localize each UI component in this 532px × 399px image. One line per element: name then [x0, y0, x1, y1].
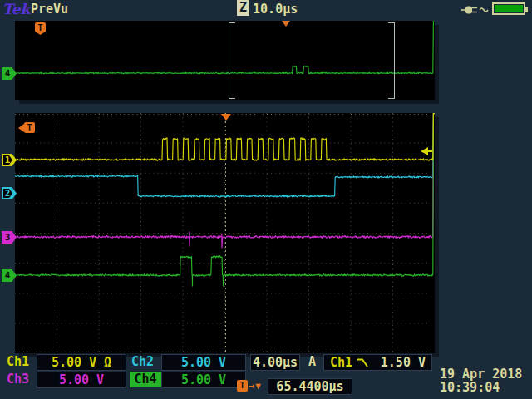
triangle-down-icon: ▼ [255, 381, 261, 392]
trigger-position-marker-icon [282, 21, 290, 27]
ch4-scale-readout: 5.00 V [161, 372, 246, 388]
channel3-marker: 3 [2, 231, 17, 244]
channel4-marker: 4 [2, 269, 17, 282]
ac-power-plug-icon [461, 3, 489, 16]
time-readout: 10:39:04 [440, 380, 500, 396]
zoom-badge: Z [237, 0, 249, 16]
ch1-label: Ch1 [7, 354, 29, 370]
oscilloscope-screen: Tek PreVu H 10.0µs T 4 T 1 2 3 [0, 0, 532, 399]
ch2-scale-readout: 5.00 V [161, 354, 246, 371]
ch4-label-selected[interactable]: Ch4 [130, 372, 161, 387]
trace-ch2 [15, 113, 435, 197]
trace-ch4 [15, 21, 435, 74]
trigger-level-arrow-icon[interactable] [421, 147, 432, 155]
trigger-readout: Ch1 1.50 V [323, 354, 432, 371]
ch3-label: Ch3 [7, 372, 29, 387]
channel2-marker: 2 [2, 187, 17, 200]
trigger-source: Ch1 [330, 355, 352, 370]
acquisition-mode-label: PreVu [31, 2, 68, 17]
zoom-window-bracket-left[interactable] [229, 22, 235, 99]
trigger-badge-icon: T [18, 122, 35, 133]
trigger-position-readout: 65.4400µs [268, 378, 352, 395]
ch3-scale-readout: 5.00 V [37, 372, 126, 388]
trigger-level: 1.50 V [381, 355, 426, 370]
battery-level [495, 5, 523, 12]
trigger-a-label: A [308, 354, 316, 370]
battery-indicator-icon [492, 2, 525, 15]
overview-waveform-window [15, 21, 435, 100]
trace-ch3 [15, 113, 435, 248]
channel4-marker-overview: 4 [2, 67, 17, 80]
ch2-label: Ch2 [131, 354, 154, 370]
ch1-scale-readout: 5.00 V Ω [37, 354, 126, 371]
arrow-right-icon: → [249, 380, 254, 392]
channel1-marker: 1 [2, 154, 17, 166]
zoom-scale-readout: 4.00µs [250, 354, 300, 371]
trigger-position-marker-icon [221, 114, 231, 121]
trigger-t-icon: T [237, 380, 248, 392]
arrow-left-icon [18, 124, 24, 132]
tek-logo: Tek [2, 2, 30, 17]
overview-waveform-plot [15, 21, 435, 100]
main-waveform-plot [15, 113, 435, 353]
trigger-position-indicator: T → ▼ [237, 379, 264, 392]
main-waveform-window [15, 113, 435, 353]
falling-edge-icon [357, 357, 369, 368]
zoom-window-bracket-right[interactable] [388, 22, 395, 99]
